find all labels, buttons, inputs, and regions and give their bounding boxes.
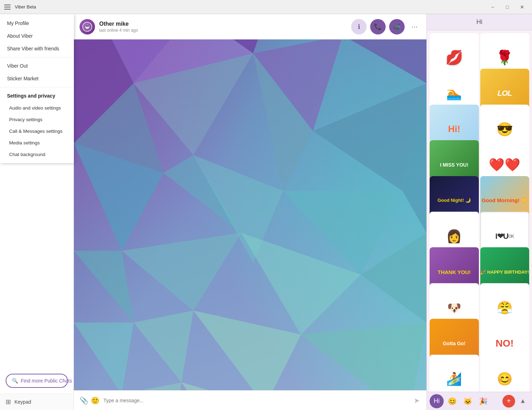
menu-item-privacy-settings[interactable]: Privacy settings (0, 114, 74, 125)
info-icon: ℹ (358, 23, 360, 31)
contact-avatar (80, 19, 95, 35)
menu-item-call-messages[interactable]: Call & Messages settings (0, 125, 74, 137)
attachment-icon: 📎 (80, 396, 88, 405)
keypad-label: Keypad (14, 399, 31, 405)
search-icon: 🔍 (12, 378, 18, 384)
contact-status: last online 4 min ago (99, 28, 351, 33)
sidebar-bottom: 🔍 Find more Public Chats (0, 368, 74, 393)
close-button[interactable]: ✕ (515, 2, 529, 12)
menu-item-share-viber[interactable]: Share Viber with friends (0, 42, 74, 55)
more-options-button[interactable]: ··· (408, 19, 421, 35)
app-title: Viber Beta (15, 4, 36, 10)
call-button[interactable]: 📞 (370, 19, 386, 35)
menu-item-my-profile[interactable]: My Profile (0, 17, 74, 30)
keypad-icon: ⊞ (6, 398, 11, 406)
send-button[interactable]: ➤ (411, 395, 422, 406)
message-input[interactable] (101, 398, 411, 403)
window-controls: − □ ✕ (486, 2, 529, 12)
chat-area: Other mike last online 4 min ago ℹ 📞 📹 ·… (74, 14, 426, 410)
svg-marker-21 (122, 233, 241, 311)
svg-marker-20 (74, 251, 134, 323)
more-icon: ··· (411, 22, 418, 31)
chat-contact-info: Other mike last online 4 min ago (99, 21, 351, 33)
plus-icon: + (507, 397, 511, 405)
svg-marker-25 (134, 311, 194, 383)
sidebar: My Profile About Viber Share Viber with … (0, 14, 74, 410)
chat-input-bar: 📎 🙂 ➤ (74, 390, 426, 410)
video-icon: 📹 (393, 23, 401, 31)
emoji-icon: 🙂 (91, 396, 100, 405)
chat-bg-svg (74, 39, 426, 390)
find-public-chats-button[interactable]: 🔍 Find more Public Chats (6, 374, 68, 388)
chat-action-buttons: ℹ 📞 📹 ··· (351, 19, 421, 35)
sticker-tab-hi-label: Hi (434, 397, 440, 405)
chevron-up-icon: ▲ (520, 397, 526, 405)
dropdown-menu: My Profile About Viber Share Viber with … (0, 14, 74, 163)
menu-item-viber-out[interactable]: Viber Out (0, 60, 74, 72)
hamburger-line-1 (4, 5, 11, 5)
add-sticker-button[interactable]: + (502, 395, 515, 408)
sticker-surf[interactable]: 🏄 (430, 355, 479, 392)
contact-name: Other mike (99, 21, 351, 27)
keypad-bar[interactable]: ⊞ Keypad (0, 393, 74, 410)
info-button[interactable]: ℹ (351, 19, 367, 35)
svg-marker-24 (74, 323, 134, 390)
app-body: My Profile About Viber Share Viber with … (0, 14, 532, 410)
menu-item-audio-video[interactable]: Audio and video settings (0, 102, 74, 114)
menu-item-sticker-market[interactable]: Sticker Market (0, 72, 74, 85)
svg-rect-2 (86, 25, 89, 27)
emoji-button[interactable]: 🙂 (89, 395, 101, 406)
divider-1 (0, 57, 74, 57)
chat-header: Other mike last online 4 min ago ℹ 📞 📹 ·… (74, 14, 426, 39)
find-public-label: Find more Public Chats (21, 378, 72, 384)
sticker-extra[interactable]: 😊 (480, 355, 530, 392)
sticker-tab-hi[interactable]: Hi (430, 394, 444, 408)
hamburger-menu[interactable] (3, 2, 13, 12)
phone-icon: 📞 (374, 23, 382, 31)
sticker-panel-header: Hi (427, 14, 532, 30)
scroll-up-button[interactable]: ▲ (517, 395, 529, 408)
menu-item-media-settings[interactable]: Media settings (0, 137, 74, 149)
divider-2 (0, 87, 74, 87)
sticker-tab-3[interactable]: 🎉 (476, 394, 490, 408)
sticker-tab-2[interactable]: 🐱 (461, 394, 475, 408)
menu-item-chat-background[interactable]: Chat background (0, 149, 74, 160)
video-call-button[interactable]: 📹 (389, 19, 405, 35)
svg-marker-26 (194, 311, 301, 390)
svg-marker-27 (301, 323, 426, 390)
menu-section-settings: Settings and privacy (0, 89, 74, 102)
sticker-grid: 💋 🌹 🏊 LOL Hi! 😎 I MISS YOU! ❤️❤️ (427, 30, 532, 392)
maximize-button[interactable]: □ (500, 2, 514, 12)
sticker-tab-1[interactable]: 😊 (445, 394, 459, 408)
title-bar: Viber Beta − □ ✕ (0, 0, 532, 14)
svg-marker-10 (343, 39, 426, 83)
sticker-toolbar: Hi 😊 🐱 🎉 + ▲ (427, 392, 532, 410)
sticker-panel: Hi 💋 🌹 🏊 LOL Hi! 😎 I MISS YOU! (426, 14, 532, 410)
hamburger-line-3 (4, 9, 11, 10)
minimize-button[interactable]: − (486, 2, 500, 12)
menu-item-about-viber[interactable]: About Viber (0, 30, 74, 42)
svg-marker-29 (122, 383, 182, 390)
attachment-button[interactable]: 📎 (78, 395, 89, 406)
hamburger-line-2 (4, 7, 11, 7)
send-icon: ➤ (414, 396, 420, 405)
chat-background (74, 39, 426, 390)
